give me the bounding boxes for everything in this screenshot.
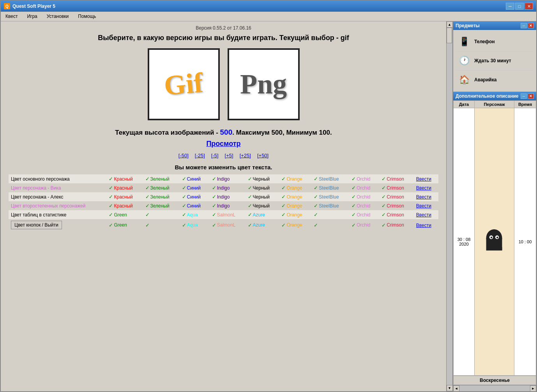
color-option-1-5[interactable]: ✓Orange xyxy=(281,185,302,191)
minimize-button[interactable]: ─ xyxy=(506,3,514,10)
prosmotr-link[interactable]: Просмотр xyxy=(9,140,438,148)
h-scroll-track xyxy=(459,385,530,391)
color-option-2-2[interactable]: ✓Синий xyxy=(182,194,201,200)
scroll-left-button[interactable]: ◄ xyxy=(453,385,459,391)
vvesti-link-0[interactable]: Ввести xyxy=(416,176,431,182)
vvesti-link-3[interactable]: Ввести xyxy=(416,203,431,209)
color-option-1-7[interactable]: ✓Orchid xyxy=(352,185,370,191)
color-option-4-6[interactable]: ✓ xyxy=(314,212,319,218)
color-option-0-3[interactable]: ✓Indigo xyxy=(212,176,230,182)
color-option-4-1[interactable]: ✓ xyxy=(145,212,150,218)
color-option-2-7[interactable]: ✓Orchid xyxy=(352,194,370,200)
title-controls: ─ □ ✕ xyxy=(506,3,533,10)
color-option-3-8[interactable]: ✓Crimson xyxy=(382,203,404,209)
menu-settings[interactable]: Установки xyxy=(45,13,70,20)
color-option-2-0[interactable]: ✓Красный xyxy=(109,194,132,200)
color-option-3-4[interactable]: ✓Черный xyxy=(248,203,270,209)
color-option-0-8[interactable]: ✓Crimson xyxy=(382,176,404,182)
maximize-button[interactable]: □ xyxy=(515,3,524,10)
close-button[interactable]: ✕ xyxy=(525,3,533,10)
gif-option[interactable]: Gif xyxy=(148,48,220,120)
size-minus5[interactable]: [-5] xyxy=(211,153,219,158)
color-option-0-4[interactable]: ✓Черный xyxy=(248,176,270,182)
vvesti-link-2[interactable]: Ввести xyxy=(416,194,431,200)
color-option-5-2[interactable]: ✓Aqua xyxy=(182,222,198,228)
desc-table: Дата Персонаж Время 30 : 08 2020 xyxy=(453,100,536,376)
color-change-title: Вы можете изменить цвет текста. xyxy=(9,164,438,171)
item-phone[interactable]: 📱 Телефон xyxy=(456,32,534,51)
color-option-2-1[interactable]: ✓Зеленый xyxy=(145,194,170,200)
day-label: Воскресенье xyxy=(453,376,536,385)
menu-quest[interactable]: Квест xyxy=(4,13,19,20)
menu-game[interactable]: Игра xyxy=(25,13,39,20)
color-option-3-3[interactable]: ✓Indigo xyxy=(212,203,230,209)
color-option-4-5[interactable]: ✓Orange xyxy=(281,212,302,218)
color-option-0-5[interactable]: ✓Orange xyxy=(281,176,302,182)
color-option-5-4[interactable]: ✓Azure xyxy=(248,222,265,228)
item-wait[interactable]: 🕐 Ждать 30 минут xyxy=(456,51,534,70)
color-option-4-7[interactable]: ✓Orchid xyxy=(352,212,370,218)
color-option-0-1[interactable]: ✓Зеленый xyxy=(145,176,170,182)
vvesti-link-1[interactable]: Ввести xyxy=(416,185,431,191)
color-option-3-6[interactable]: ✓SteelBlue xyxy=(314,203,339,209)
desc-panel-minimize[interactable]: ─ xyxy=(521,93,527,99)
color-option-1-1[interactable]: ✓Зеленый xyxy=(145,185,170,191)
color-option-0-6[interactable]: ✓SteelBlue xyxy=(314,176,339,182)
color-option-1-3[interactable]: ✓Indigo xyxy=(212,185,230,191)
color-option-2-6[interactable]: ✓SteelBlue xyxy=(314,194,339,200)
size-plus50[interactable]: [+50] xyxy=(257,153,268,158)
color-option-1-2[interactable]: ✓Синий xyxy=(182,185,201,191)
item-emergency[interactable]: 🏠 Аварийка xyxy=(456,70,534,89)
color-option-0-0[interactable]: ✓Красный xyxy=(109,176,132,182)
color-cell-2-6: ✓SteelBlue xyxy=(311,192,349,201)
items-panel-close[interactable]: ✕ xyxy=(528,23,534,28)
color-option-1-8[interactable]: ✓Crimson xyxy=(382,185,404,191)
color-option-4-4[interactable]: ✓Azure xyxy=(248,212,265,218)
menu-help[interactable]: Помощь xyxy=(76,13,97,20)
color-option-3-1[interactable]: ✓Зеленый xyxy=(145,203,170,209)
color-option-4-2[interactable]: ✓Aqua xyxy=(182,212,198,218)
color-option-5-0[interactable]: ✓Green xyxy=(109,222,127,228)
color-option-5-8[interactable]: ✓Crimson xyxy=(382,222,404,228)
color-option-3-2[interactable]: ✓Синий xyxy=(182,203,201,209)
scroll-up-button[interactable]: ▲ xyxy=(447,21,453,28)
desc-panel-close[interactable]: ✕ xyxy=(528,93,534,99)
color-option-5-6[interactable]: ✓ xyxy=(314,222,319,228)
items-title-label: Предметы xyxy=(456,23,480,28)
color-option-5-7[interactable]: ✓Orchid xyxy=(352,222,370,228)
scroll-down-button[interactable]: ▼ xyxy=(447,385,453,391)
vvesti-link-4[interactable]: Ввести xyxy=(416,212,431,218)
scroll-thumb[interactable] xyxy=(447,28,452,43)
color-option-5-1[interactable]: ✓ xyxy=(145,222,150,228)
color-option-4-3[interactable]: ✓SalmonL xyxy=(212,212,235,218)
color-option-5-3[interactable]: ✓SalmonL xyxy=(212,222,235,228)
size-minus50[interactable]: [-50] xyxy=(178,153,189,158)
color-option-4-0[interactable]: ✓Green xyxy=(109,212,127,218)
vvesti-link-5[interactable]: Ввести xyxy=(416,223,431,228)
color-option-1-4[interactable]: ✓Черный xyxy=(248,185,270,191)
color-option-4-8[interactable]: ✓Crimson xyxy=(382,212,404,218)
color-option-3-0[interactable]: ✓Красный xyxy=(109,203,132,209)
png-option[interactable]: Png xyxy=(228,48,300,120)
title-bar: Q Quest Soft Player 5 ─ □ ✕ xyxy=(1,1,536,12)
size-minus25[interactable]: [-25] xyxy=(195,153,205,158)
btn-exit-label[interactable]: Цвет кнопок / Выйти xyxy=(11,221,62,229)
color-option-2-5[interactable]: ✓Orange xyxy=(281,194,302,200)
color-option-0-7[interactable]: ✓Orchid xyxy=(352,176,370,182)
color-cell-1-3: ✓Indigo xyxy=(210,183,246,192)
color-cell-5-2: ✓Aqua xyxy=(180,219,210,231)
color-option-1-0[interactable]: ✓Красный xyxy=(109,185,132,191)
color-cell-5-5: ✓Orange xyxy=(279,219,311,231)
color-option-0-2[interactable]: ✓Синий xyxy=(182,176,201,182)
color-option-1-6[interactable]: ✓SteelBlue xyxy=(314,185,339,191)
size-plus5[interactable]: [+5] xyxy=(225,153,233,158)
size-plus25[interactable]: [+25] xyxy=(240,153,251,158)
color-option-2-4[interactable]: ✓Черный xyxy=(248,194,270,200)
color-option-2-8[interactable]: ✓Crimson xyxy=(382,194,404,200)
items-panel-minimize[interactable]: ─ xyxy=(521,23,527,28)
color-option-3-7[interactable]: ✓Orchid xyxy=(352,203,370,209)
color-option-5-5[interactable]: ✓Orange xyxy=(281,222,302,228)
color-option-3-5[interactable]: ✓Orange xyxy=(281,203,302,209)
color-option-2-3[interactable]: ✓Indigo xyxy=(212,194,230,200)
scroll-right-button[interactable]: ► xyxy=(530,385,536,391)
